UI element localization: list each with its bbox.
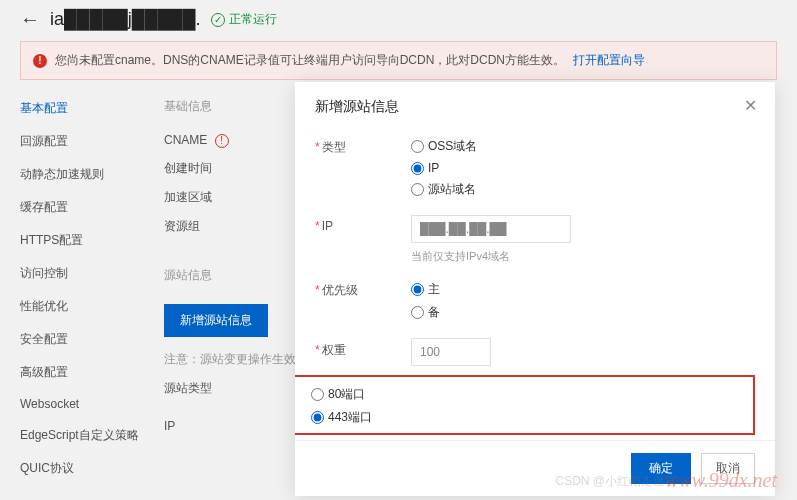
radio-primary[interactable]: 主: [411, 278, 755, 301]
weight-input[interactable]: [411, 338, 491, 366]
radio-origin-domain[interactable]: 源站域名: [411, 178, 755, 201]
type-label: *类型: [315, 135, 411, 156]
weight-label: *权重: [315, 338, 411, 359]
ip-hint: 当前仅支持IPv4域名: [411, 243, 755, 264]
port-label: *端口: [295, 383, 311, 404]
radio-port-443[interactable]: 443端口: [311, 406, 749, 429]
watermark-csdn: CSDN @小红帽走迷宫: [555, 473, 677, 490]
radio-port-80[interactable]: 80端口: [311, 383, 749, 406]
add-origin-modal: 新增源站信息 ✕ *类型 OSS域名 IP 源站域名 *IP 当前仅支持IPv4…: [295, 82, 775, 496]
radio-backup[interactable]: 备: [411, 301, 755, 324]
close-icon[interactable]: ✕: [744, 96, 757, 115]
watermark-site: www.99dx.net: [665, 469, 777, 492]
port-highlight-box: *端口 80端口 443端口: [295, 375, 755, 435]
priority-label: *优先级: [315, 278, 411, 299]
modal-title: 新增源站信息: [315, 98, 755, 116]
radio-oss[interactable]: OSS域名: [411, 135, 755, 158]
radio-ip[interactable]: IP: [411, 158, 755, 178]
ip-input[interactable]: [411, 215, 571, 243]
ip-label: *IP: [315, 215, 411, 233]
